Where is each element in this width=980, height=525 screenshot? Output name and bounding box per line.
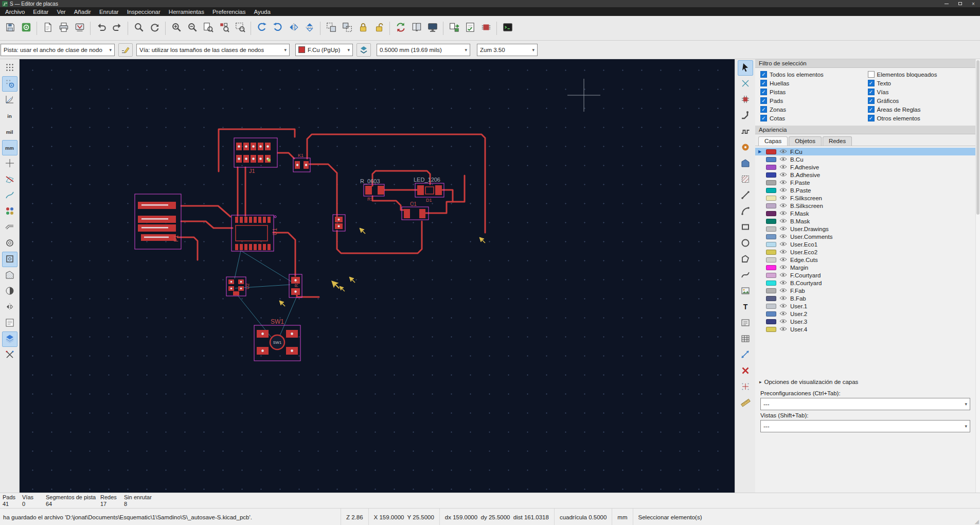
tab-redes[interactable]: Redes	[823, 136, 852, 146]
layer-color-swatch[interactable]	[766, 172, 776, 178]
appearance-pane-tool[interactable]	[2, 331, 17, 347]
properties-tool[interactable]	[2, 316, 17, 331]
views-select[interactable]: ---▾	[760, 420, 970, 432]
copper-traces[interactable]	[177, 129, 485, 297]
add-textbox-tool[interactable]	[738, 316, 753, 331]
layer-row-B.Paste[interactable]: B.Paste	[755, 186, 980, 194]
library-browser-button[interactable]	[408, 20, 424, 36]
pcb-canvas[interactable]: J1 K1	[20, 59, 735, 493]
layer-color-swatch[interactable]	[766, 257, 776, 262]
layer-visibility-eye-icon[interactable]	[779, 164, 787, 170]
layer-row-B.Fab[interactable]: B.Fab	[755, 294, 980, 302]
layer-row-User.Comments[interactable]: User.Comments	[755, 233, 980, 240]
layer-select[interactable]: F.Cu (PgUp)▾	[295, 44, 353, 56]
update-pcb-from-schematic-button[interactable]	[446, 20, 462, 36]
layer-visibility-eye-icon[interactable]	[779, 280, 787, 286]
filter-item-3[interactable]: ✓ Texto	[868, 80, 975, 86]
menu-item-0[interactable]: Archivo	[1, 9, 29, 15]
ungroup-button[interactable]	[339, 20, 355, 36]
zoom-out-button[interactable]	[184, 20, 200, 36]
layer-visibility-eye-icon[interactable]	[779, 203, 787, 208]
toggle-grid-tool[interactable]	[2, 60, 17, 76]
menu-item-6[interactable]: Herramientas	[165, 9, 208, 15]
layer-color-swatch[interactable]	[766, 196, 776, 201]
layer-visibility-eye-icon[interactable]	[779, 234, 787, 239]
layer-row-B.Cu[interactable]: B.Cu	[755, 155, 980, 163]
layer-visibility-eye-icon[interactable]	[779, 303, 787, 309]
layer-color-swatch[interactable]	[766, 203, 776, 208]
layer-color-swatch[interactable]	[766, 304, 776, 309]
menu-item-7[interactable]: Preferencias	[208, 9, 250, 15]
draw-circle-tool[interactable]	[738, 236, 753, 251]
menu-item-4[interactable]: Enrutar	[95, 9, 123, 15]
print-button[interactable]	[56, 20, 72, 36]
add-text-tool[interactable]: T	[738, 300, 753, 315]
undo-button[interactable]	[93, 20, 109, 36]
footprint-properties-button[interactable]	[478, 20, 494, 36]
layer-row-F.Mask[interactable]: F.Mask	[755, 209, 980, 217]
layer-row-B.Adhesive[interactable]: B.Adhesive	[755, 171, 980, 179]
rotate-cw-button[interactable]	[270, 20, 286, 36]
component-ref-p1[interactable]: P1	[173, 235, 179, 242]
layer-color-swatch[interactable]	[766, 296, 776, 301]
group-button[interactable]	[323, 20, 339, 36]
filter-item-10[interactable]: ✓ Cotas	[760, 115, 868, 121]
checkbox-icon[interactable]: ✓	[868, 97, 875, 104]
layer-visibility-eye-icon[interactable]	[779, 257, 787, 262]
save-button[interactable]	[2, 20, 18, 36]
footprint-d1[interactable]: LED_1206 D1	[414, 177, 444, 203]
zoom-select[interactable]: Zum 3.50▾	[477, 44, 538, 56]
board-setup-button[interactable]	[18, 20, 34, 36]
filter-item-0[interactable]: ✓ Todos los elementos	[760, 71, 868, 78]
zoom-fit-objects-button[interactable]	[216, 20, 232, 36]
presets-select[interactable]: ---▾	[760, 398, 970, 410]
layer-visibility-eye-icon[interactable]	[779, 249, 787, 255]
layer-visibility-eye-icon[interactable]	[779, 226, 787, 232]
layer-visibility-eye-icon[interactable]	[779, 172, 787, 178]
plot-button[interactable]	[72, 20, 87, 36]
delete-tool-tool[interactable]	[738, 363, 753, 379]
select-tool[interactable]	[738, 60, 753, 76]
layer-row-B.Silkscreen[interactable]: B.Silkscreen	[755, 202, 980, 209]
checkbox-icon[interactable]: ✓	[868, 115, 875, 121]
update-footprints-button[interactable]	[393, 20, 408, 36]
add-table-tool[interactable]	[738, 331, 753, 347]
scrollbar-thumb[interactable]	[976, 60, 979, 215]
layer-visibility-eye-icon[interactable]	[779, 311, 787, 317]
filter-item-6[interactable]: ✓ Pads	[760, 97, 868, 104]
resize-grip[interactable]: ◢	[975, 518, 979, 525]
local-ratsnest-tool[interactable]	[738, 76, 753, 92]
sketch-vias-tool[interactable]	[2, 236, 17, 251]
page-settings-button[interactable]	[40, 20, 56, 36]
layer-row-F.Cu[interactable]: ▶ F.Cu	[755, 148, 980, 155]
drc-button[interactable]	[462, 20, 478, 36]
edit-predefined-sizes-button[interactable]	[118, 43, 133, 57]
filter-item-11[interactable]: ✓ Otros elementos	[868, 115, 975, 121]
layer-color-swatch[interactable]	[766, 157, 776, 162]
measure-tool[interactable]	[738, 395, 753, 411]
component-ref-r3[interactable]: R3	[294, 281, 299, 287]
layer-color-swatch[interactable]	[766, 250, 776, 255]
layer-row-User.Eco1[interactable]: User.Eco1	[755, 240, 980, 248]
crosshair-full-tool[interactable]	[2, 156, 17, 171]
add-image-tool[interactable]	[738, 284, 753, 299]
net-colors-tool[interactable]	[2, 204, 17, 219]
layer-color-swatch[interactable]	[766, 165, 776, 170]
menu-item-2[interactable]: Ver	[52, 9, 69, 15]
layer-row-User.Eco2[interactable]: User.Eco2	[755, 248, 980, 256]
units-mils-tool[interactable]: mil	[2, 124, 17, 139]
add-footprint-tool[interactable]	[738, 92, 753, 108]
layer-visibility-eye-icon[interactable]	[779, 326, 787, 332]
add-dimension-tool[interactable]	[738, 347, 753, 363]
layer-color-swatch[interactable]	[766, 226, 776, 232]
tab-objetos[interactable]: Objetos	[789, 136, 822, 146]
units-inches-tool[interactable]: in	[2, 108, 17, 124]
layer-color-swatch[interactable]	[766, 311, 776, 317]
zoom-in-button[interactable]	[168, 20, 184, 36]
tab-capas[interactable]: Capas	[758, 136, 788, 146]
panel-scrollbar[interactable]	[975, 59, 980, 493]
menu-item-3[interactable]: Añadir	[70, 9, 95, 15]
filter-item-7[interactable]: ✓ Gráficos	[868, 97, 975, 104]
zoom-fit-page-button[interactable]	[200, 20, 216, 36]
add-rule-area-tool[interactable]	[738, 172, 753, 187]
